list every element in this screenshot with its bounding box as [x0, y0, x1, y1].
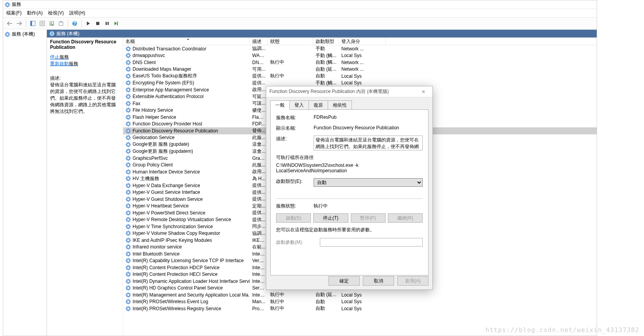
window-title: 服務	[12, 1, 21, 8]
selected-service-title: Function Discovery Resource Publication	[50, 39, 120, 50]
gear-icon	[126, 210, 131, 216]
tab-recovery[interactable]: 復原	[309, 100, 328, 110]
properties-button[interactable]	[38, 19, 47, 28]
app-icon	[5, 2, 10, 7]
svg-rect-22	[108, 22, 109, 25]
gear-icon	[126, 114, 131, 120]
svg-text:?: ?	[73, 21, 76, 26]
gear-icon	[126, 101, 131, 106]
start-param-label: 啟動參數(M):	[276, 239, 320, 246]
svg-rect-20	[96, 22, 99, 25]
start-param-input[interactable]	[320, 238, 423, 247]
table-row[interactable]: Distributed Transaction Coordinator協調...…	[123, 45, 597, 52]
gear-icon	[126, 128, 131, 134]
gear-icon	[126, 251, 131, 257]
gear-icon	[126, 197, 131, 202]
gear-icon	[126, 238, 131, 243]
stop-service-button[interactable]	[93, 19, 102, 28]
gear-icon	[126, 258, 131, 263]
export-button[interactable]	[57, 19, 65, 28]
display-name-value: Function Discovery Resource Publication	[314, 125, 423, 132]
dialog-tabs: 一般 登入 復原 相依性	[270, 100, 429, 110]
gear-icon	[126, 169, 131, 175]
gear-icon	[126, 183, 131, 188]
menubar: 檔案(F) 動作(A) 檢視(V) 說明(H)	[3, 9, 597, 18]
dialog-titlebar[interactable]: Function Discovery Resource Publication …	[266, 86, 432, 97]
gear-icon	[126, 231, 131, 236]
menu-view[interactable]: 檢視(V)	[48, 10, 64, 16]
table-row[interactable]: Intel(R) PROSet/Wireless Registry Servic…	[123, 305, 597, 312]
stop-button[interactable]: 停止(T)	[313, 213, 348, 223]
titlebar: 服務	[3, 0, 597, 9]
description-label: 描述:	[276, 136, 314, 150]
description-box[interactable]: 發佈這台電腦和連結至這台電腦的資源，您便可在網路上找到它們。如果此服務停止，便不…	[314, 136, 423, 150]
startup-type-label: 啟動類型(E):	[276, 178, 314, 187]
list-header: 名稱 描述 狀態 啟動類型 登入身分	[123, 38, 597, 45]
sidebar-item-services-local[interactable]: 服務 (本機)	[4, 30, 46, 38]
ok-button[interactable]: 確定	[328, 276, 360, 286]
service-status-label: 服務狀態:	[276, 203, 314, 209]
gear-icon	[126, 155, 131, 161]
help-button[interactable]: ?	[70, 19, 79, 28]
table-row[interactable]: Downloaded Maps Manager可用...自動 (延...Netw…	[123, 66, 597, 73]
service-name-label: 服務名稱:	[276, 114, 314, 121]
restart-service-button[interactable]	[112, 19, 121, 28]
col-desc[interactable]: 描述	[250, 38, 268, 45]
table-row[interactable]: Encrypting File System (EFS)提供...手動 (觸..…	[123, 80, 597, 87]
col-status[interactable]: 狀態	[268, 38, 313, 45]
watermark: https://blog.csdn.net/weixin_43137382	[486, 326, 639, 334]
resume-button: 繼續(R)	[388, 213, 423, 223]
gear-icon	[126, 176, 131, 181]
table-row[interactable]: Intel(R) Management and Security Applica…	[123, 291, 597, 298]
gear-icon	[126, 46, 131, 52]
gear-icon	[126, 292, 131, 298]
menu-file[interactable]: 檔案(F)	[6, 10, 22, 16]
service-name-value: FDResPub	[314, 114, 423, 121]
properties-dialog: Function Discovery Resource Publication …	[266, 86, 433, 290]
desc-label: 描述:	[50, 75, 120, 82]
desc-text: 發佈這台電腦和連結至這台電腦的資源，您便可在網路上找到它們。如果此服務停止，便不…	[50, 82, 120, 115]
col-name[interactable]: 名稱	[123, 38, 250, 45]
table-row[interactable]: EaseUS Todo Backup服務程序提供...執行中自動Local Sy…	[123, 73, 597, 80]
menu-action[interactable]: 動作(A)	[27, 10, 43, 16]
svg-rect-23	[117, 21, 118, 25]
gear-icon	[126, 107, 131, 113]
svg-rect-11	[30, 21, 32, 26]
close-icon[interactable]: ✕	[418, 89, 429, 95]
exec-path-label: 可執行檔所在路徑	[276, 154, 423, 161]
tab-logon[interactable]: 登入	[289, 100, 309, 110]
cancel-button[interactable]: 取消	[363, 276, 394, 286]
forward-button[interactable]	[15, 19, 23, 28]
back-button[interactable]	[5, 19, 14, 28]
gear-icon	[126, 306, 131, 311]
start-service-button[interactable]	[84, 19, 93, 28]
pause-service-button[interactable]	[103, 19, 111, 28]
gear-icon	[126, 203, 131, 209]
apply-button: 套用(A)	[397, 276, 429, 286]
exec-path-value: C:\WINDOWS\system32\svchost.exe -k Local…	[276, 163, 423, 173]
stop-link[interactable]: 停止服務	[50, 54, 120, 61]
gear-icon	[126, 142, 131, 147]
show-hide-button[interactable]	[29, 19, 37, 28]
table-row[interactable]: DNS ClientDNS...執行中自動 (觸...Network ...	[123, 59, 597, 66]
main-header: 服務 (本機)	[47, 30, 597, 38]
gear-icon	[126, 53, 131, 58]
tab-general[interactable]: 一般	[270, 100, 290, 110]
gear-icon	[126, 279, 131, 284]
menu-help[interactable]: 說明(H)	[69, 10, 85, 16]
gear-icon	[126, 60, 131, 65]
table-row[interactable]: Intel(R) PROSet/Wireless Event LogMan...…	[123, 298, 597, 306]
refresh-button[interactable]	[47, 19, 56, 28]
tab-dependencies[interactable]: 相依性	[328, 100, 352, 110]
svg-rect-17	[59, 22, 63, 25]
col-logon[interactable]: 登入身分	[339, 38, 386, 45]
gear-icon	[126, 148, 131, 154]
svg-rect-21	[106, 22, 107, 25]
col-startup[interactable]: 啟動類型	[313, 38, 339, 45]
startup-type-select[interactable]: 自動	[314, 178, 423, 187]
restart-link[interactable]: 重新啟動服務	[50, 61, 120, 67]
gear-icon	[126, 121, 131, 127]
gear-icon	[126, 80, 131, 86]
pause-button: 暫停(P)	[351, 213, 386, 223]
table-row[interactable]: dmwappushsvcWAP...手動 (觸...Local Sys	[123, 52, 597, 59]
